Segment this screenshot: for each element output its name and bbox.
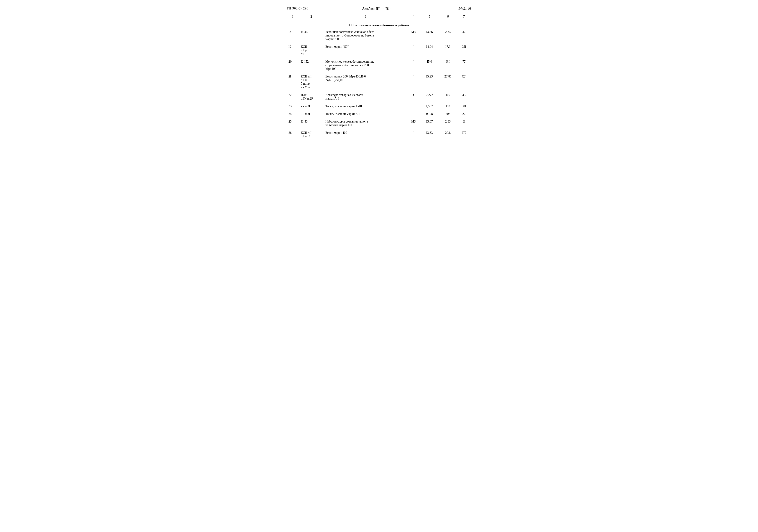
row-18-desc: Бетонная подготовка ,включая обето- ниро… [324, 29, 407, 42]
row-18-num: I8 [287, 29, 299, 42]
table-row: 25 I6-43 Набетонка для создания уклона и… [287, 119, 471, 128]
row-22-col7: 45 [457, 92, 471, 102]
spacer [287, 57, 471, 59]
row-18-col6: 2,33 [439, 29, 457, 42]
row-19-desc: Бетон марки "50" [324, 44, 407, 57]
row-20-num: 20 [287, 59, 299, 72]
row-24-col6: 206 [439, 111, 457, 117]
row-22-desc: Арматура товарная из стали марки А-I [324, 92, 407, 102]
row-24-unit: " [407, 111, 420, 117]
row-25-desc: Набетонка для создания уклона из бетона … [324, 119, 407, 128]
table-row: 22 Ц.Iч.IIр.IУ п.29 Арматура товарная из… [287, 92, 471, 102]
row-24-col7: 22 [457, 111, 471, 117]
row-24-num: 24 [287, 111, 299, 117]
row-23-ref: -"- п.3I [299, 103, 324, 109]
col-header-1: I [287, 13, 299, 20]
table-row: I8 I6-43 Бетонная подготовка ,включая об… [287, 29, 471, 42]
row-19-unit: " [407, 44, 420, 57]
row-22-num: 22 [287, 92, 299, 102]
page-header: ТП 902-2- 290 Альбом III - I6 - 14421-03 [287, 7, 471, 12]
row-22-col6: I65 [439, 92, 457, 102]
row-23-desc: То же, из стали марки А-III [324, 103, 407, 109]
row-25-col5: I3,07 [420, 119, 439, 128]
main-table: I 2 3 4 5 6 7 П. Бетонные и железобетонн… [287, 13, 471, 139]
row-23-unit: " [407, 103, 420, 109]
col-header-4: 4 [407, 13, 420, 20]
row-21-desc: Бетон марки 200 Мрз-I50,В-6 24,6+3,2хI,0… [324, 74, 407, 90]
col-header-7: 7 [457, 13, 471, 20]
album-title: Альбом III - I6 - [308, 7, 444, 11]
spacer [287, 128, 471, 130]
spacer [287, 109, 471, 111]
row-18-ref: I6-43 [299, 29, 324, 42]
section-title-row: П. Бетонные и железобетонные работы [287, 20, 471, 29]
col-header-5: 5 [420, 13, 439, 20]
row-26-num: 26 [287, 130, 299, 139]
spacer [287, 90, 471, 92]
doc-number: ТП 902-2- 290 [287, 7, 308, 10]
spacer [287, 72, 471, 74]
row-19-num: I9 [287, 44, 299, 57]
section-title: П. Бетонные и железобетонные работы [287, 20, 471, 29]
reference-number: 14421-03 [444, 7, 471, 11]
table-row: 20 I2-I52 Монолитное железобетонное днищ… [287, 59, 471, 72]
row-22-col5: 0,272 [420, 92, 439, 102]
row-25-num: 25 [287, 119, 299, 128]
row-21-col6: 27,86 [439, 74, 457, 90]
row-19-col6: I7,9 [439, 44, 457, 57]
col-header-2: 2 [299, 13, 324, 20]
row-23-col5: I,557 [420, 103, 439, 109]
table-row: I9 КСЦч.I р.Iп.II Бетон марки "50" " I4,… [287, 44, 471, 57]
spacer [287, 42, 471, 44]
row-20-col5: I5,0 [420, 59, 439, 72]
row-22-ref: Ц.Iч.IIр.IУ п.29 [299, 92, 324, 102]
row-24-desc: То же, из стали марки В-I [324, 111, 407, 117]
spacer [287, 102, 471, 103]
row-24-ref: -"- п.8I [299, 111, 324, 117]
row-18-unit: МЗ [407, 29, 420, 42]
row-22-unit: т [407, 92, 420, 102]
row-19-col5: I4,04 [420, 44, 439, 57]
spacer [287, 117, 471, 119]
row-21-unit: " [407, 74, 420, 90]
row-20-col7: 77 [457, 59, 471, 72]
row-26-col6: 20,8 [439, 130, 457, 139]
table-row: 2I КСЦ п.Iр.I п.I5б попр.на Мрз Бетон ма… [287, 74, 471, 90]
row-26-unit: " [407, 130, 420, 139]
row-21-col7: 424 [457, 74, 471, 90]
row-24-col5: 0,I08 [420, 111, 439, 117]
row-20-unit: " [407, 59, 420, 72]
row-26-col7: 277 [457, 130, 471, 139]
table-row: 26 КСЦ ч.Iр.I п.I3 Бетон марки I00 " I3,… [287, 130, 471, 139]
row-20-col6: 5,I [439, 59, 457, 72]
table-row: 24 -"- п.8I То же, из стали марки В-I " … [287, 111, 471, 117]
row-21-num: 2I [287, 74, 299, 90]
row-20-desc: Монолитное железобетонное днище с приямк… [324, 59, 407, 72]
row-21-ref: КСЦ п.Iр.I п.I5б попр.на Мрз [299, 74, 324, 90]
row-19-col7: 25I [457, 44, 471, 57]
col-header-3: 3 [324, 13, 407, 20]
row-25-col7: 3I [457, 119, 471, 128]
row-18-col7: 32 [457, 29, 471, 42]
row-25-unit: МЗ [407, 119, 420, 128]
row-26-ref: КСЦ ч.Iр.I п.I3 [299, 130, 324, 139]
row-18-col5: I3,76 [420, 29, 439, 42]
row-19-ref: КСЦч.I р.Iп.II [299, 44, 324, 57]
row-20-ref: I2-I52 [299, 59, 324, 72]
row-26-desc: Бетон марки I00 [324, 130, 407, 139]
row-23-num: 23 [287, 103, 299, 109]
table-row: 23 -"- п.3I То же, из стали марки А-III … [287, 103, 471, 109]
row-25-col6: 2,33 [439, 119, 457, 128]
row-23-col7: 30I [457, 103, 471, 109]
row-26-col5: I3,33 [420, 130, 439, 139]
col-header-6: 6 [439, 13, 457, 20]
row-21-col5: I5,23 [420, 74, 439, 90]
column-headers: I 2 3 4 5 6 7 [287, 13, 471, 20]
row-25-ref: I6-43 [299, 119, 324, 128]
row-23-col6: I98 [439, 103, 457, 109]
